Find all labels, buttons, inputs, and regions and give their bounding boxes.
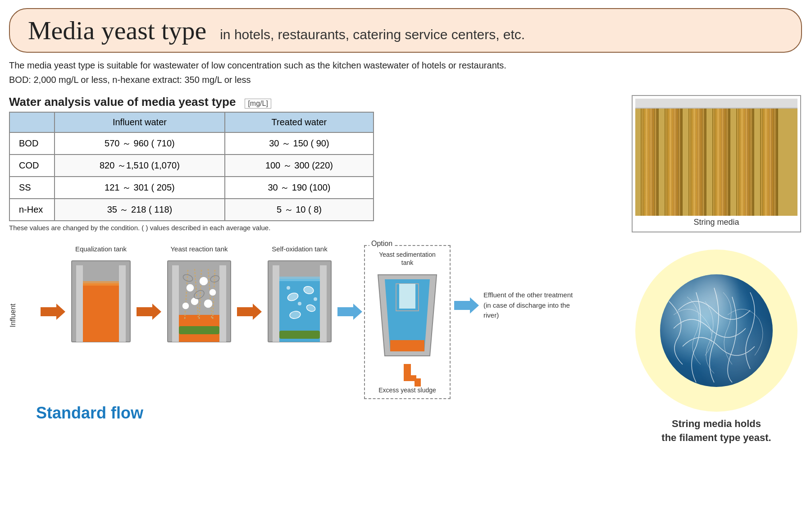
equalization-tank-label: Equalization tank bbox=[75, 245, 127, 253]
table-title: Water analysis value of media yeast type bbox=[9, 95, 236, 109]
svg-rect-53 bbox=[760, 109, 778, 216]
self-oxidation-tank-label: Self-oxidation tank bbox=[272, 245, 327, 253]
svg-rect-4 bbox=[83, 283, 119, 342]
table-cell-param: BOD bbox=[9, 132, 55, 155]
table-cell-influent: 820 ～1,510 (1,070) bbox=[55, 155, 225, 177]
flow-title: Standard flow bbox=[36, 404, 622, 423]
svg-rect-11 bbox=[179, 326, 219, 334]
svg-point-39 bbox=[298, 302, 301, 305]
svg-rect-28 bbox=[273, 265, 279, 342]
svg-marker-45 bbox=[390, 340, 424, 351]
table-header-empty bbox=[9, 112, 55, 132]
svg-point-37 bbox=[287, 286, 290, 290]
table-row: n-Hex 35 ～ 218 ( 118) 5 ～ 10 ( 8) bbox=[9, 199, 374, 221]
option-label: Option bbox=[369, 240, 394, 248]
yeast-inner-circle bbox=[660, 274, 773, 387]
table-unit: [mg/L] bbox=[245, 99, 271, 109]
yeast-caption: String media holdsthe filament type yeas… bbox=[661, 417, 771, 445]
page-title: Media yeast type bbox=[28, 15, 206, 45]
effluent-arrow-icon bbox=[454, 297, 479, 314]
svg-rect-50 bbox=[688, 109, 706, 216]
filament-svg bbox=[660, 274, 773, 387]
option-box: Option Yeast sedimentationtank bbox=[364, 245, 451, 399]
self-oxidation-tank-svg bbox=[264, 256, 336, 346]
string-media-label: String media bbox=[635, 216, 797, 229]
svg-rect-2 bbox=[76, 265, 83, 342]
svg-marker-26 bbox=[237, 304, 262, 320]
header-subtitle: in hotels, restaurants, catering service… bbox=[220, 27, 525, 42]
header-bar: Media yeast type in hotels, restaurants,… bbox=[9, 8, 802, 53]
svg-marker-40 bbox=[337, 304, 362, 320]
svg-rect-3 bbox=[119, 265, 126, 342]
self-oxidation-tank-group: Self-oxidation tank bbox=[264, 245, 336, 346]
table-row: SS 121 ～ 301 ( 205) 30 ～ 190 (100) bbox=[9, 177, 374, 199]
equalization-tank-svg bbox=[67, 256, 135, 346]
table-cell-treated: 5 ～ 10 ( 8) bbox=[225, 199, 374, 221]
flow-arrow-2-icon bbox=[237, 304, 262, 320]
svg-marker-47 bbox=[454, 297, 479, 314]
string-media-svg bbox=[635, 99, 797, 216]
table-note: These values are changed by the conditio… bbox=[9, 224, 622, 232]
description-line1: The media yeast type is suitable for was… bbox=[9, 58, 802, 73]
left-section: Water analysis value of media yeast type… bbox=[9, 95, 622, 445]
svg-rect-48 bbox=[641, 109, 659, 216]
svg-point-22 bbox=[182, 302, 189, 309]
svg-rect-51 bbox=[712, 109, 730, 216]
svg-rect-31 bbox=[279, 277, 320, 281]
svg-rect-9 bbox=[219, 265, 226, 342]
table-title-row: Water analysis value of media yeast type… bbox=[9, 95, 622, 109]
excess-sludge-arrow-icon bbox=[394, 364, 421, 386]
svg-marker-0 bbox=[41, 304, 65, 320]
svg-marker-6 bbox=[137, 304, 161, 320]
svg-rect-44 bbox=[399, 284, 415, 309]
yeast-reaction-tank-group: Yeast reaction tank bbox=[163, 245, 235, 346]
table-row: BOD 570 ～ 960 ( 710) 30 ～ 150 ( 90) bbox=[9, 132, 374, 155]
table-header-treated: Treated water bbox=[225, 112, 374, 132]
table-cell-treated: 30 ～ 150 ( 90) bbox=[225, 132, 374, 155]
table-cell-treated: 30 ～ 190 (100) bbox=[225, 177, 374, 199]
table-row: COD 820 ～1,510 (1,070) 100 ～ 300 (220) bbox=[9, 155, 374, 177]
svg-point-38 bbox=[314, 297, 317, 301]
table-cell-influent: 570 ～ 960 ( 710) bbox=[55, 132, 225, 155]
flow-arrow-1-icon bbox=[137, 304, 161, 320]
sedimentation-tank-label: Yeast sedimentationtank bbox=[371, 250, 443, 267]
table-cell-param: n-Hex bbox=[9, 199, 55, 221]
effluent-text: Effluent of the other treatment(in case … bbox=[483, 290, 574, 321]
table-cell-influent: 121 ～ 301 ( 205) bbox=[55, 177, 225, 199]
svg-point-17 bbox=[186, 284, 194, 292]
sedimentation-tank-svg bbox=[371, 270, 443, 360]
svg-point-19 bbox=[209, 289, 216, 296]
table-cell-treated: 100 ～ 300 (220) bbox=[225, 155, 374, 177]
equalization-tank-group: Equalization tank bbox=[67, 245, 135, 346]
table-section: Water analysis value of media yeast type… bbox=[9, 95, 622, 232]
description: The media yeast type is suitable for was… bbox=[9, 58, 802, 87]
right-section: String media bbox=[631, 95, 802, 445]
flow-arrow-3-icon bbox=[337, 304, 362, 320]
yeast-reaction-tank-svg bbox=[163, 256, 235, 346]
svg-rect-8 bbox=[172, 265, 179, 342]
description-line2: BOD: 2,000 mg/L or less, n-hexane extrac… bbox=[9, 73, 802, 87]
svg-rect-52 bbox=[736, 109, 754, 216]
svg-rect-32 bbox=[279, 331, 320, 339]
string-media-image bbox=[635, 99, 797, 216]
yeast-circle-container: String media holdsthe filament type yeas… bbox=[635, 250, 797, 445]
svg-rect-29 bbox=[320, 265, 327, 342]
svg-rect-49 bbox=[665, 109, 683, 216]
yeast-reaction-tank-label: Yeast reaction tank bbox=[170, 245, 228, 253]
yeast-outer-circle bbox=[635, 250, 797, 412]
excess-sludge-label: Excess yeast sludge bbox=[378, 386, 436, 394]
influent-label: Influent bbox=[9, 304, 17, 327]
svg-point-18 bbox=[199, 277, 208, 286]
table-cell-param: COD bbox=[9, 155, 55, 177]
svg-marker-46 bbox=[404, 364, 421, 386]
string-media-box: String media bbox=[632, 95, 801, 232]
table-cell-influent: 35 ～ 218 ( 118) bbox=[55, 199, 225, 221]
influent-arrow-icon bbox=[41, 304, 65, 320]
table-header-influent: Influent water bbox=[55, 112, 225, 132]
main-content: Water analysis value of media yeast type… bbox=[9, 95, 802, 445]
table-cell-param: SS bbox=[9, 177, 55, 199]
svg-point-21 bbox=[204, 299, 213, 308]
svg-rect-5 bbox=[83, 281, 119, 286]
water-analysis-table: Influent water Treated water BOD 570 ～ 9… bbox=[9, 112, 374, 221]
